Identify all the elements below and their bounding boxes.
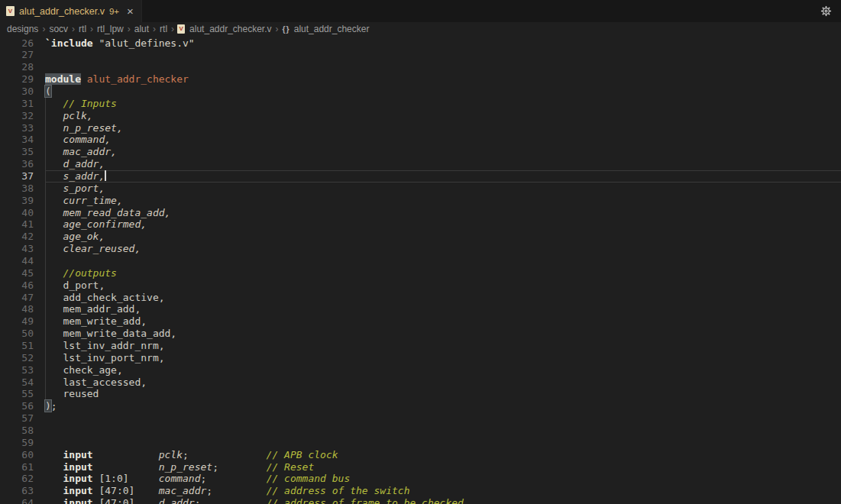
code-line-content[interactable]: input [47:0] d_addr; // address of frame… — [45, 497, 841, 504]
code-line[interactable]: 64 input [47:0] d_addr; // address of fr… — [0, 497, 841, 504]
code-line-content[interactable]: reused — [45, 388, 841, 400]
code-line-content[interactable] — [45, 412, 841, 425]
code-line-content[interactable]: s_port, — [45, 183, 841, 195]
line-number[interactable]: 34 — [0, 134, 34, 146]
code-line[interactable]: 50 mem_write_data_add, — [0, 328, 841, 340]
line-number[interactable]: 63 — [0, 485, 34, 497]
line-number[interactable]: 32 — [0, 110, 34, 122]
code-line-content[interactable]: mem_addr_add, — [45, 303, 841, 315]
code-line[interactable]: 44 — [0, 255, 841, 267]
code-line[interactable]: 47 add_check_active, — [0, 292, 841, 304]
code-line-content[interactable]: input [1:0] command; // command bus — [45, 473, 841, 485]
code-line-content[interactable]: clear_reused, — [45, 243, 841, 255]
line-number[interactable]: 58 — [0, 425, 34, 437]
code-line-content[interactable]: last_accessed, — [45, 376, 841, 389]
line-number[interactable]: 56 — [0, 400, 34, 412]
line-number[interactable]: 29 — [0, 73, 34, 86]
line-number[interactable]: 35 — [0, 146, 34, 158]
code-line[interactable]: 43 clear_reused, — [0, 243, 841, 255]
line-number[interactable]: 64 — [0, 497, 34, 504]
code-line-content[interactable]: ); — [45, 400, 841, 412]
code-line-content[interactable]: d_port, — [45, 279, 841, 292]
code-line[interactable]: 49 mem_write_add, — [0, 315, 841, 328]
code-line[interactable]: 55 reused — [0, 388, 841, 400]
code-line[interactable]: 54 last_accessed, — [0, 376, 841, 389]
line-number[interactable]: 48 — [0, 303, 34, 315]
line-number[interactable]: 45 — [0, 267, 34, 279]
line-number[interactable]: 39 — [0, 195, 34, 207]
code-line-content[interactable] — [45, 49, 841, 61]
code-line[interactable]: 52 lst_inv_port_nrm, — [0, 352, 841, 364]
close-icon[interactable]: × — [127, 5, 134, 17]
code-line-content[interactable] — [45, 437, 841, 449]
code-line-content[interactable]: command, — [45, 134, 841, 146]
code-line[interactable]: 62 input [1:0] command; // command bus — [0, 473, 841, 485]
code-line-content[interactable]: // Inputs — [45, 98, 841, 110]
code-line[interactable]: 38 s_port, — [0, 183, 841, 195]
code-line[interactable]: 53 check_age, — [0, 364, 841, 376]
breadcrumb-item-rtl[interactable]: rtl — [78, 24, 87, 34]
code-line[interactable]: 35 mac_addr, — [0, 146, 841, 158]
code-line[interactable]: 41 age_confirmed, — [0, 218, 841, 231]
breadcrumb-item-socv[interactable]: socv — [48, 24, 69, 34]
code-line[interactable]: 30( — [0, 86, 841, 98]
code-editor[interactable]: 26`include "alut_defines.v"272829module … — [0, 35, 841, 504]
code-line-content[interactable]: module alut_addr_checker — [45, 73, 841, 86]
line-number[interactable]: 30 — [0, 86, 34, 98]
line-number[interactable]: 44 — [0, 255, 34, 267]
breadcrumb-symbol[interactable]: alut_addr_checker — [293, 24, 370, 34]
code-line[interactable]: 46 d_port, — [0, 279, 841, 292]
code-line-content[interactable] — [45, 425, 841, 437]
code-line[interactable]: 33 n_p_reset, — [0, 122, 841, 134]
line-number[interactable]: 38 — [0, 183, 34, 195]
tab-alut-addr-checker[interactable]: V alut_addr_checker.v 9+ × — [0, 0, 142, 22]
code-line[interactable]: 32 pclk, — [0, 110, 841, 122]
code-line[interactable]: 37 s_addr, — [0, 170, 841, 183]
line-number[interactable]: 57 — [0, 412, 34, 425]
code-line-content[interactable]: input n_p_reset; // Reset — [45, 461, 841, 473]
code-line-content[interactable]: input [47:0] mac_addr; // address of the… — [45, 485, 841, 497]
line-number[interactable]: 27 — [0, 49, 34, 61]
code-line[interactable]: 56); — [0, 400, 841, 412]
breadcrumb-item-rtl_lpw[interactable]: rtl_lpw — [96, 24, 125, 34]
code-line-content[interactable]: add_check_active, — [45, 292, 841, 304]
line-number[interactable]: 42 — [0, 231, 34, 243]
code-line-content[interactable]: mem_write_data_add, — [45, 328, 841, 340]
line-number[interactable]: 26 — [0, 37, 34, 50]
line-number[interactable]: 46 — [0, 279, 34, 292]
code-line[interactable]: 61 input n_p_reset; // Reset — [0, 461, 841, 473]
breadcrumb-item-alut[interactable]: alut — [134, 24, 150, 34]
code-line[interactable]: 63 input [47:0] mac_addr; // address of … — [0, 485, 841, 497]
line-number[interactable]: 50 — [0, 328, 34, 340]
code-line-content[interactable]: ( — [45, 86, 841, 98]
code-line-content[interactable]: lst_inv_addr_nrm, — [45, 340, 841, 352]
code-line[interactable]: 36 d_addr, — [0, 158, 841, 170]
code-line-content[interactable]: `include "alut_defines.v" — [45, 37, 841, 50]
code-line-content[interactable]: age_ok, — [45, 231, 841, 243]
code-line[interactable]: 48 mem_addr_add, — [0, 303, 841, 315]
line-number[interactable]: 61 — [0, 461, 34, 473]
code-line-content[interactable]: pclk, — [45, 110, 841, 122]
line-number[interactable]: 55 — [0, 388, 34, 400]
code-line[interactable]: 39 curr_time, — [0, 195, 841, 207]
code-line[interactable]: 26`include "alut_defines.v" — [0, 37, 841, 50]
code-line[interactable]: 60 input pclk; // APB clock — [0, 449, 841, 461]
code-line[interactable]: 58 — [0, 425, 841, 437]
code-line-content[interactable]: curr_time, — [45, 195, 841, 207]
line-number[interactable]: 60 — [0, 449, 34, 461]
code-line[interactable]: 31 // Inputs — [0, 98, 841, 110]
line-number[interactable]: 62 — [0, 473, 34, 485]
code-line-content[interactable]: //outputs — [45, 267, 841, 279]
line-number[interactable]: 36 — [0, 158, 34, 170]
code-line-content[interactable] — [45, 255, 841, 267]
line-number[interactable]: 37 — [0, 170, 34, 183]
line-number[interactable]: 52 — [0, 352, 34, 364]
breadcrumb-item-rtl[interactable]: rtl — [159, 24, 168, 34]
code-line-content[interactable]: input pclk; // APB clock — [45, 449, 841, 461]
line-number[interactable]: 33 — [0, 122, 34, 134]
code-line-content[interactable]: lst_inv_port_nrm, — [45, 352, 841, 364]
code-line-content[interactable]: s_addr, — [45, 170, 841, 183]
code-line[interactable]: 45 //outputs — [0, 267, 841, 279]
code-line[interactable]: 27 — [0, 49, 841, 61]
code-line-content[interactable]: n_p_reset, — [45, 122, 841, 134]
